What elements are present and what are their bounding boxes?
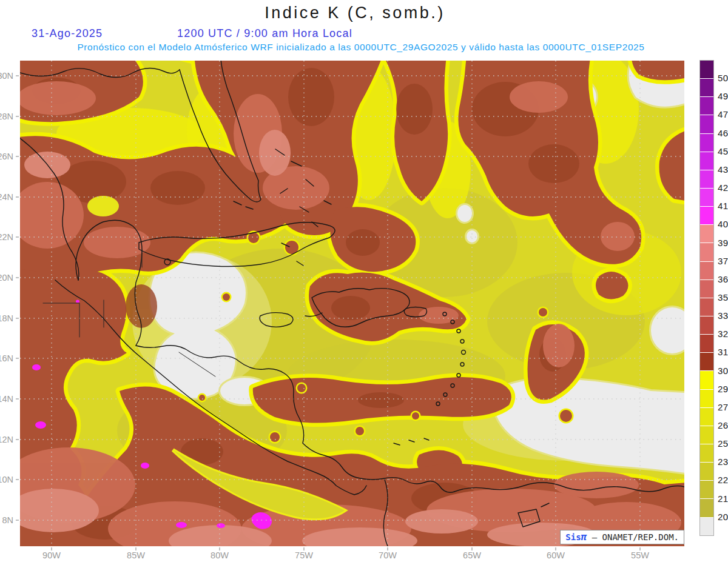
pi-logo-icon: π (581, 531, 587, 543)
lat-label: 26N (0, 152, 13, 161)
colorbar-tick-label: 39.1 (718, 238, 728, 248)
colorbar-band (700, 206, 713, 224)
colorbar-tick-label: 43.9 (718, 164, 728, 175)
map-canvas: 90W85W80W75W70W65W60W55W 30N28N26N24N22N… (20, 61, 684, 546)
colorbar-band (700, 243, 713, 261)
colorbar-tick-label: 30 (718, 366, 728, 376)
colorbar-tick-label: 20 (718, 512, 728, 522)
map-panel: 90W85W80W75W70W65W60W55W 30N28N26N24N22N… (20, 61, 684, 546)
model-forecast-caption: Pronóstico con el Modelo Atmósferico WRF… (0, 42, 722, 53)
colorbar-tick-label: 37.8 (718, 256, 728, 266)
colorbar-tick-label: 49.1 (718, 91, 728, 101)
colorbar-band (700, 426, 713, 444)
colorbar-tick-label: 32.6 (718, 329, 728, 339)
latitude-axis: 30N28N26N24N22N20N18N16N14N12N10N8N (0, 71, 19, 525)
lat-label: 12N (0, 435, 13, 444)
lon-label: 80W (211, 550, 229, 560)
lon-label: 75W (295, 550, 313, 560)
lon-label: 65W (463, 550, 481, 560)
lat-label: 10N (0, 475, 13, 484)
colorbar-band (700, 188, 713, 206)
valid-date-label: 31-Ago-2025 (32, 27, 103, 40)
colorbar-band (700, 444, 713, 462)
lat-label: 16N (0, 353, 13, 363)
colorbar-band (700, 316, 713, 334)
colorbar-band (700, 170, 713, 188)
lat-label: 14N (0, 394, 13, 404)
colorbar-tick-label: 36.5 (718, 274, 728, 284)
lat-label: 18N (0, 313, 13, 323)
colorbar-band (700, 224, 713, 243)
colorbar-band (700, 115, 713, 133)
colorbar-tick-label: 35.2 (718, 292, 728, 303)
colorbar-tick-label: 31.3 (718, 347, 728, 357)
colorbar-band (700, 498, 713, 517)
colorbar-band (700, 352, 713, 370)
colorbar-band (700, 261, 713, 279)
lon-label: 85W (127, 550, 145, 560)
colorbar-tick-label: 46.5 (718, 128, 728, 138)
weather-chart-page: Indice K (C, somb.) 31-Ago-2025 1200 UTC… (0, 0, 728, 562)
yellow-hole (87, 196, 119, 216)
contour-fill-layer (2, 52, 693, 557)
lat-label: 30N (0, 71, 13, 81)
colorbar-band (700, 389, 713, 407)
lon-label: 90W (42, 550, 61, 560)
lon-label: 55W (631, 550, 649, 560)
valid-time-label: 1200 UTC / 9:00 am Hora Local (177, 27, 352, 40)
colorbar-tick-label: 33.9 (718, 310, 728, 321)
colorbar-band (700, 279, 713, 298)
colorbar-band (700, 152, 713, 170)
colorbar (699, 60, 714, 536)
colorbar-band (700, 370, 713, 389)
watermark-box: Sisπ – ONAMET/REP.DOM. (560, 530, 684, 544)
colorbar-tick-label: 41.3 (718, 201, 728, 211)
colorbar-tick-label: 26.5 (718, 420, 728, 430)
watermark-text: – ONAMET/REP.DOM. (592, 532, 679, 542)
longitude-axis: 90W85W80W75W70W65W60W55W (42, 547, 649, 560)
colorbar-tick-label: 42.6 (718, 182, 728, 193)
colorbar-tick-label: 29.1 (718, 384, 728, 394)
lat-label: 22N (0, 232, 13, 242)
colorbar-band (700, 517, 713, 535)
colorbar-tick-label: 45.2 (718, 146, 728, 156)
colorbar-band (700, 133, 713, 152)
colorbar-band (700, 78, 713, 96)
colorbar-band (700, 462, 713, 480)
colorbar-tick-label: 21.3 (718, 493, 728, 504)
lat-label: 20N (0, 273, 13, 283)
lon-label: 60W (547, 550, 565, 560)
colorbar-band (700, 334, 713, 352)
lat-label: 8N (2, 515, 13, 525)
lon-label: 70W (379, 550, 397, 560)
colorbar-band (700, 407, 713, 426)
lat-label: 24N (0, 192, 13, 202)
lat-label: 28N (0, 112, 13, 121)
colorbar-tick-label: 23.9 (718, 457, 728, 467)
page-title: Indice K (C, somb.) (0, 4, 710, 22)
colorbar-band (700, 61, 713, 78)
colorbar-band (700, 298, 713, 316)
colorbar-tick-label: 50 (718, 73, 728, 83)
watermark-brand: Sis (565, 532, 581, 542)
colorbar-tick-label: 25.2 (718, 438, 728, 449)
colorbar-tick-label: 47.8 (718, 109, 728, 119)
colorbar-tick-label: 40 (718, 219, 728, 229)
colorbar-band (700, 96, 713, 115)
colorbar-tick-label: 27.8 (718, 402, 728, 412)
colorbar-tick-label: 22.6 (718, 475, 728, 485)
colorbar-band (700, 480, 713, 498)
